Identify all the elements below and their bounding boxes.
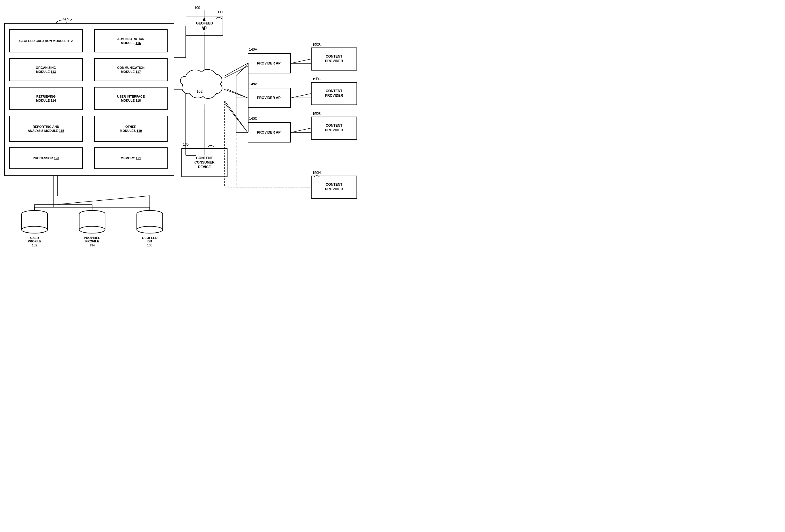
ref-111: 111	[218, 10, 223, 14]
ref-100: 100	[194, 6, 200, 10]
content-provider-b: CONTENTPROVIDER	[311, 82, 357, 105]
ref-132: 132	[32, 244, 37, 247]
user-interface-module: USER INTERFACEMODULE 118	[94, 87, 168, 110]
geofeed-db-label: GEOFEEDDB	[142, 236, 157, 243]
administration-module: ADMINISTRATIONMODULE 116	[94, 29, 168, 52]
svg-line-16	[58, 196, 150, 204]
svg-line-3	[227, 89, 248, 98]
provider-profile-cylinder	[78, 209, 106, 235]
provider-api-c: PROVIDER API	[248, 122, 291, 143]
provider-profile-label: PROVIDERPROFILE	[84, 236, 100, 243]
ref-134: 134	[90, 244, 95, 247]
svg-line-2	[225, 66, 248, 78]
svg-line-61	[236, 64, 248, 76]
ref-130: 130	[183, 143, 188, 147]
provider-api-a: PROVIDER API	[248, 53, 291, 73]
ref-150b: 150B	[312, 77, 321, 81]
svg-line-4	[225, 101, 248, 132]
ref-150a: 150A	[312, 43, 321, 47]
other-modules: OTHERMODULES 119	[94, 116, 168, 142]
geofeed-creation-module: GEOFEED CREATION MODULE 112	[9, 29, 83, 52]
geofeed-api-box: GEOFEEDAPI	[186, 16, 223, 36]
svg-line-43	[224, 64, 248, 76]
svg-line-47	[291, 59, 311, 64]
content-provider-n: CONTENTPROVIDER	[311, 176, 357, 199]
consumer-device-box: CONTENTCONSUMERDEVICE	[181, 148, 227, 177]
geofeed-db: GEOFEEDDB 136	[135, 209, 164, 247]
ref-140c: 140C	[249, 117, 257, 121]
geofeed-db-cylinder	[135, 209, 164, 235]
provider-profile-db: PROVIDERPROFILE 134	[78, 209, 106, 247]
communication-module: COMMUNICATIONMODULE 117	[94, 58, 168, 81]
ref-140a: 140A	[249, 48, 257, 52]
memory-module: MEMORY 121	[94, 147, 168, 169]
ref-102: 102	[196, 89, 203, 94]
processor-module: PROCESSOR 120	[9, 147, 83, 169]
user-profile-label: USERPROFILE	[28, 236, 42, 243]
provider-api-b: PROVIDER API	[248, 88, 291, 108]
svg-point-37	[137, 226, 163, 233]
user-profile-db: USERPROFILE 132	[20, 209, 49, 247]
ref-140b: 140B	[249, 82, 257, 86]
svg-point-32	[79, 226, 105, 233]
ref-110: 110 ↗	[63, 18, 72, 22]
svg-line-49	[291, 128, 311, 132]
svg-line-44	[224, 89, 248, 98]
ref-136: 136	[147, 244, 152, 247]
svg-line-48	[291, 94, 311, 98]
svg-line-45	[224, 102, 248, 132]
ref-150n: 150N	[312, 171, 321, 175]
content-provider-c: CONTENTPROVIDER	[311, 117, 357, 140]
content-provider-a: CONTENTPROVIDER	[311, 48, 357, 71]
user-profile-cylinder	[20, 209, 49, 235]
main-system-box: GEOFEED CREATION MODULE 112 ADMINISTRATI…	[4, 23, 174, 176]
ref-150c: 150C	[312, 112, 321, 116]
reporting-analysis-module: REPORTING ANDANALYSIS MODULE 115	[9, 116, 83, 142]
organizing-module: ORGANIZINGMODULE 113	[9, 58, 83, 81]
network-cloud	[179, 66, 225, 104]
svg-point-27	[22, 226, 48, 233]
diagram-container: 110 ↗ GEOFEED CREATION MODULE 112 ADMINI…	[0, 0, 392, 266]
retrieving-module: RETRIEVINGMODULE 114	[9, 87, 83, 110]
